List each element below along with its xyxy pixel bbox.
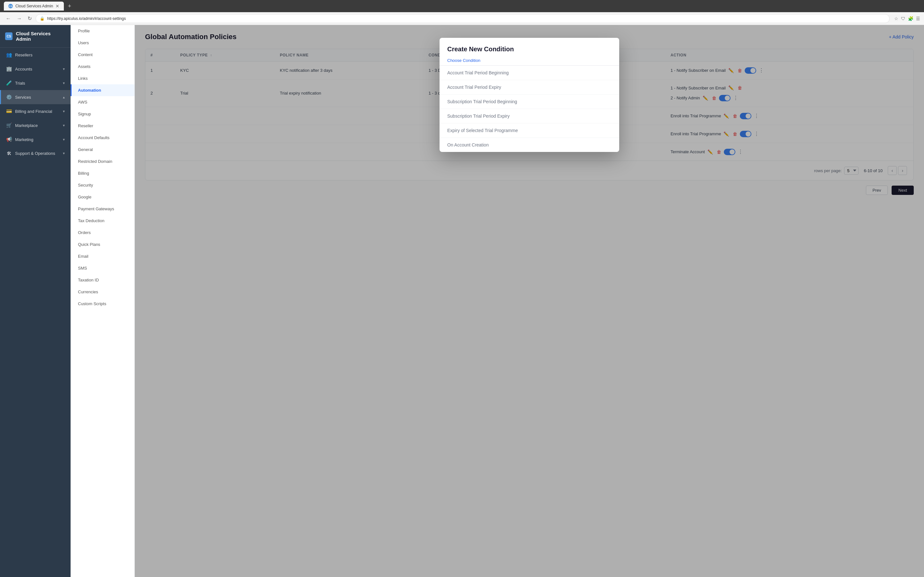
condition-option-6[interactable]: On Account Creation bbox=[439, 138, 619, 152]
modal-section-label: Choose Condition bbox=[439, 53, 619, 65]
condition-option-4[interactable]: Subscription Trial Period Expiry bbox=[439, 109, 619, 123]
marketplace-chevron: ▼ bbox=[62, 124, 65, 127]
sub-item-billing[interactable]: Billing bbox=[71, 167, 134, 179]
sub-item-google[interactable]: Google bbox=[71, 191, 134, 203]
tab-favicon: CS bbox=[8, 4, 13, 8]
sidebar-label-marketplace: Marketplace bbox=[15, 123, 38, 128]
services-icon: ⚙️ bbox=[6, 94, 12, 100]
sidebar-item-billing[interactable]: 💳 Billing and Financial ▼ bbox=[0, 104, 71, 118]
accounts-chevron: ▼ bbox=[62, 67, 65, 71]
sub-item-users[interactable]: Users bbox=[71, 37, 134, 49]
url-text: https://try.apiculus.io/admin/#/account-… bbox=[47, 16, 126, 21]
sidebar-label-marketing: Marketing bbox=[15, 137, 33, 142]
sub-item-email[interactable]: Email bbox=[71, 250, 134, 262]
sub-item-content[interactable]: Content bbox=[71, 49, 134, 61]
new-tab-btn[interactable]: + bbox=[68, 3, 71, 10]
sidebar-logo: CS bbox=[5, 32, 13, 40]
support-icon: 🛠 bbox=[6, 151, 12, 156]
sub-item-general[interactable]: General bbox=[71, 143, 134, 155]
sidebar-item-services[interactable]: ⚙️ Services ▲ bbox=[0, 90, 71, 104]
sidebar-label-accounts: Accounts bbox=[15, 67, 32, 71]
sidebar-label-trials: Trials bbox=[15, 81, 25, 85]
sub-item-automation[interactable]: Automation bbox=[71, 84, 134, 96]
extension-icon[interactable]: 🧩 bbox=[908, 16, 913, 21]
sidebar-item-support[interactable]: 🛠 Support & Operations ▼ bbox=[0, 147, 71, 160]
sub-item-restricted-domain[interactable]: Restricted Domain bbox=[71, 155, 134, 167]
sub-item-reseller[interactable]: Reseller bbox=[71, 120, 134, 132]
sub-item-profile[interactable]: Profile bbox=[71, 25, 134, 37]
support-chevron: ▼ bbox=[62, 152, 65, 155]
sub-item-aws[interactable]: AWS bbox=[71, 96, 134, 108]
marketing-chevron: ▼ bbox=[62, 138, 65, 141]
sub-item-signup[interactable]: Signup bbox=[71, 108, 134, 120]
reload-btn[interactable]: ↻ bbox=[26, 14, 34, 23]
sub-item-payment-gateways[interactable]: Payment Gateways bbox=[71, 203, 134, 215]
browser-tab[interactable]: CS Cloud Services Admin ✕ bbox=[4, 2, 64, 11]
sidebar: CS Cloud Services Admin 👥 Resellers 🏢 Ac… bbox=[0, 25, 71, 577]
billing-icon: 💳 bbox=[6, 108, 12, 114]
modal-title: Create New Condition bbox=[447, 45, 612, 53]
modal-overlay[interactable]: Create New Condition Choose Condition Ac… bbox=[135, 25, 924, 577]
tab-close-btn[interactable]: ✕ bbox=[55, 3, 59, 9]
sidebar-label-billing: Billing and Financial bbox=[15, 109, 52, 114]
services-chevron: ▲ bbox=[62, 95, 65, 99]
sub-item-links[interactable]: Links bbox=[71, 73, 134, 84]
bookmark-icon[interactable]: ☆ bbox=[894, 16, 898, 21]
app-layout: CS Cloud Services Admin 👥 Resellers 🏢 Ac… bbox=[0, 25, 924, 577]
sub-item-security[interactable]: Security bbox=[71, 179, 134, 191]
resellers-icon: 👥 bbox=[6, 52, 12, 58]
back-btn[interactable]: ← bbox=[4, 15, 13, 23]
trials-chevron: ▼ bbox=[62, 81, 65, 85]
shield-icon[interactable]: 🛡 bbox=[901, 16, 905, 21]
sidebar-item-trials[interactable]: 🧪 Trials ▼ bbox=[0, 76, 71, 90]
sidebar-item-marketing[interactable]: 📢 Marketing ▼ bbox=[0, 132, 71, 147]
nav-bar: ← → ↻ 🔒 https://try.apiculus.io/admin/#/… bbox=[0, 12, 924, 25]
marketplace-icon: 🛒 bbox=[6, 122, 12, 128]
sub-item-orders[interactable]: Orders bbox=[71, 227, 134, 239]
marketing-icon: 📢 bbox=[6, 137, 12, 142]
sidebar-header: CS Cloud Services Admin bbox=[0, 25, 71, 48]
condition-option-5[interactable]: Expiry of Selected Trial Programme bbox=[439, 123, 619, 138]
modal-header: Create New Condition bbox=[439, 38, 619, 53]
sub-sidebar: Profile Users Content Assets Links Autom… bbox=[71, 25, 135, 577]
main-content: Global Automation Policies + Add Policy … bbox=[135, 25, 924, 577]
browser-chrome: CS Cloud Services Admin ✕ + bbox=[0, 0, 924, 12]
forward-btn[interactable]: → bbox=[15, 15, 24, 23]
sub-item-currencies[interactable]: Currencies bbox=[71, 286, 134, 298]
sub-item-account-defaults[interactable]: Account Defaults bbox=[71, 132, 134, 143]
billing-chevron: ▼ bbox=[62, 110, 65, 113]
sidebar-label-support: Support & Operations bbox=[15, 151, 55, 156]
sidebar-label-services: Services bbox=[15, 95, 31, 100]
sidebar-item-marketplace[interactable]: 🛒 Marketplace ▼ bbox=[0, 118, 71, 132]
sub-item-tax-deduction[interactable]: Tax Deduction bbox=[71, 215, 134, 227]
sidebar-item-accounts[interactable]: 🏢 Accounts ▼ bbox=[0, 62, 71, 76]
sidebar-item-resellers[interactable]: 👥 Resellers bbox=[0, 48, 71, 62]
modal-dropdown: Account Trial Period Beginning Account T… bbox=[439, 65, 619, 152]
condition-option-1[interactable]: Account Trial Period Beginning bbox=[439, 66, 619, 80]
condition-option-2[interactable]: Account Trial Period Expiry bbox=[439, 80, 619, 95]
create-condition-modal: Create New Condition Choose Condition Ac… bbox=[439, 38, 619, 152]
sub-item-assets[interactable]: Assets bbox=[71, 61, 134, 73]
tab-title: Cloud Services Admin bbox=[15, 4, 53, 8]
sidebar-title: Cloud Services Admin bbox=[16, 31, 65, 42]
sub-item-custom-scripts[interactable]: Custom Scripts bbox=[71, 298, 134, 309]
trials-icon: 🧪 bbox=[6, 80, 12, 86]
url-bar[interactable]: 🔒 https://try.apiculus.io/admin/#/accoun… bbox=[36, 14, 890, 23]
sub-item-sms[interactable]: SMS bbox=[71, 262, 134, 274]
sub-item-taxation-id[interactable]: Taxation ID bbox=[71, 274, 134, 286]
accounts-icon: 🏢 bbox=[6, 66, 12, 72]
nav-icons: ☆ 🛡 🧩 ☰ bbox=[894, 16, 920, 21]
sidebar-label-resellers: Resellers bbox=[15, 53, 32, 57]
sub-item-quick-plans[interactable]: Quick Plans bbox=[71, 239, 134, 250]
condition-option-3[interactable]: Subscription Trial Period Beginning bbox=[439, 95, 619, 109]
menu-icon[interactable]: ☰ bbox=[916, 16, 920, 21]
